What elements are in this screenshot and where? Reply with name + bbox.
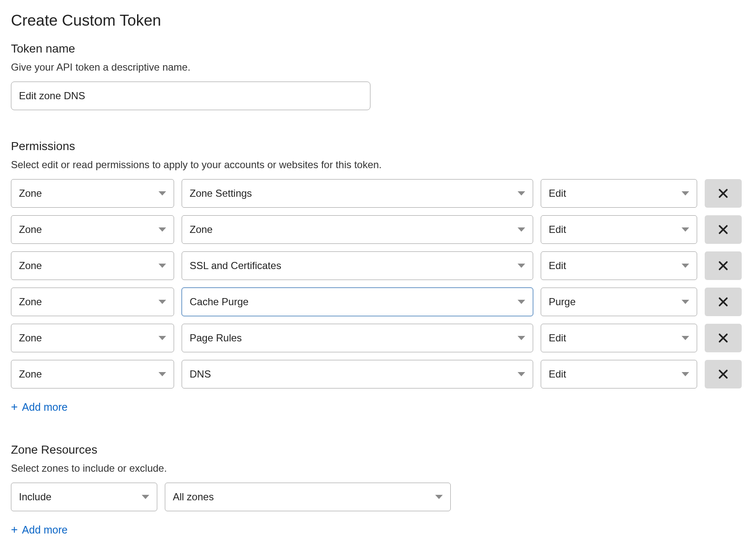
token-name-help: Give your API token a descriptive name. [11, 61, 745, 73]
chevron-down-icon [518, 336, 525, 340]
zone-mode-select[interactable]: Include [11, 483, 157, 511]
permission-action-select-value: Edit [549, 188, 566, 199]
permission-action-select-value: Edit [549, 260, 566, 272]
token-name-section: Token name Give your API token a descrip… [11, 42, 745, 110]
permission-scope-select[interactable]: Zone [11, 324, 174, 352]
permission-row: ZoneZoneEdit [11, 215, 745, 244]
zone-scope-select-value: All zones [173, 491, 214, 503]
permission-row: ZonePage RulesEdit [11, 324, 745, 352]
chevron-down-icon [682, 264, 689, 268]
permissions-add-more-button[interactable]: + Add more [11, 400, 68, 414]
chevron-down-icon [682, 191, 689, 195]
zone-mode-select-value: Include [19, 491, 51, 503]
chevron-down-icon [518, 264, 525, 268]
permission-action-select-value: Edit [549, 368, 566, 380]
close-icon [718, 369, 729, 380]
permission-action-select-value: Purge [549, 296, 576, 308]
permission-action-select[interactable]: Edit [541, 251, 697, 280]
permission-row: ZoneCache PurgePurge [11, 288, 745, 316]
zone-resources-add-more-label: Add more [22, 524, 67, 536]
zone-scope-select[interactable]: All zones [165, 483, 451, 511]
chevron-down-icon [518, 372, 525, 376]
chevron-down-icon [159, 300, 166, 304]
permission-scope-select-value: Zone [19, 296, 42, 308]
permission-resource-select-value: DNS [190, 368, 211, 380]
permission-scope-select[interactable]: Zone [11, 360, 174, 388]
permission-resource-select-value: Zone [190, 224, 213, 235]
permission-scope-select-value: Zone [19, 224, 42, 235]
permission-action-select-value: Edit [549, 332, 566, 344]
chevron-down-icon [518, 300, 525, 304]
permission-row: ZoneDNSEdit [11, 360, 745, 388]
permission-resource-select[interactable]: Zone [182, 215, 533, 244]
chevron-down-icon [682, 300, 689, 304]
token-name-input[interactable] [11, 82, 370, 110]
permissions-add-more-label: Add more [22, 401, 67, 413]
zone-resources-section: Zone Resources Select zones to include o… [11, 443, 745, 536]
chevron-down-icon [159, 336, 166, 340]
chevron-down-icon [159, 227, 166, 232]
permission-resource-select-value: Zone Settings [190, 188, 252, 199]
permission-action-select[interactable]: Edit [541, 324, 697, 352]
chevron-down-icon [682, 372, 689, 376]
page-title: Create Custom Token [11, 12, 745, 29]
chevron-down-icon [159, 191, 166, 195]
permission-scope-select-value: Zone [19, 332, 42, 344]
chevron-down-icon [159, 264, 166, 268]
permission-resource-select[interactable]: Page Rules [182, 324, 533, 352]
zone-resources-add-more-button[interactable]: + Add more [11, 523, 68, 536]
permission-scope-select-value: Zone [19, 368, 42, 380]
permission-resource-select-value: SSL and Certificates [190, 260, 281, 272]
permission-resource-select[interactable]: SSL and Certificates [182, 251, 533, 280]
permission-action-select[interactable]: Edit [541, 215, 697, 244]
zone-resource-row: IncludeAll zones [11, 483, 745, 511]
zone-resources-help: Select zones to include or exclude. [11, 462, 745, 474]
chevron-down-icon [159, 372, 166, 376]
permission-resource-select[interactable]: Cache Purge [182, 288, 533, 316]
permissions-help: Select edit or read permissions to apply… [11, 159, 745, 171]
chevron-down-icon [142, 495, 149, 499]
permissions-heading: Permissions [11, 140, 745, 153]
permission-scope-select[interactable]: Zone [11, 215, 174, 244]
permission-resource-select-value: Cache Purge [190, 296, 248, 308]
permission-resource-select-value: Page Rules [190, 332, 242, 344]
remove-row-button[interactable] [705, 251, 742, 280]
permission-scope-select-value: Zone [19, 188, 42, 199]
zone-resources-heading: Zone Resources [11, 443, 745, 457]
permission-action-select[interactable]: Purge [541, 288, 697, 316]
chevron-down-icon [682, 336, 689, 340]
plus-icon: + [11, 523, 18, 536]
token-name-label: Token name [11, 42, 745, 55]
remove-row-button[interactable] [705, 288, 742, 316]
permission-action-select[interactable]: Edit [541, 360, 697, 388]
close-icon [718, 224, 729, 235]
permission-scope-select-value: Zone [19, 260, 42, 272]
close-icon [718, 260, 729, 271]
chevron-down-icon [435, 495, 443, 499]
permission-scope-select[interactable]: Zone [11, 288, 174, 316]
chevron-down-icon [682, 227, 689, 232]
permission-action-select[interactable]: Edit [541, 179, 697, 208]
remove-row-button[interactable] [705, 360, 742, 388]
permissions-section: Permissions Select edit or read permissi… [11, 140, 745, 414]
permission-resource-select[interactable]: Zone Settings [182, 179, 533, 208]
permission-action-select-value: Edit [549, 224, 566, 235]
permission-row: ZoneZone SettingsEdit [11, 179, 745, 208]
permission-row: ZoneSSL and CertificatesEdit [11, 251, 745, 280]
remove-row-button[interactable] [705, 324, 742, 352]
remove-row-button[interactable] [705, 179, 742, 208]
close-icon [718, 296, 729, 307]
close-icon [718, 333, 729, 343]
remove-row-button[interactable] [705, 215, 742, 244]
chevron-down-icon [518, 191, 525, 195]
plus-icon: + [11, 400, 18, 414]
permission-scope-select[interactable]: Zone [11, 251, 174, 280]
permission-resource-select[interactable]: DNS [182, 360, 533, 388]
close-icon [718, 188, 729, 199]
permission-scope-select[interactable]: Zone [11, 179, 174, 208]
chevron-down-icon [518, 227, 525, 232]
